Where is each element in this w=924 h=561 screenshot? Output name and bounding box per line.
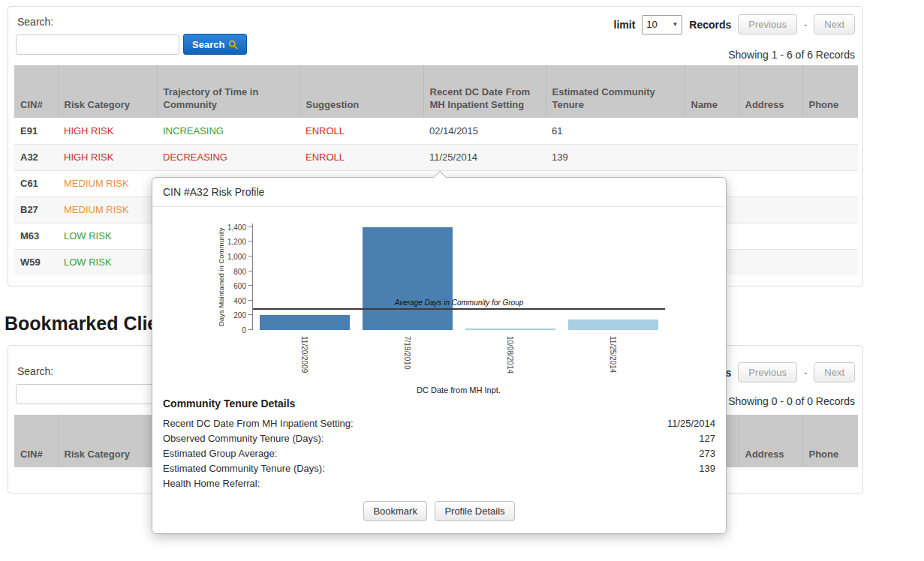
cell-risk: HIGH RISK (58, 118, 157, 144)
cell-dc-date: 11/25/2014 (423, 144, 546, 170)
search-icon (228, 40, 238, 50)
cell-suggestion: ENROLL (299, 118, 423, 144)
cell-phone (802, 118, 858, 144)
col-header-address: Address (739, 65, 802, 118)
y-tick-mark (248, 314, 253, 315)
cell-phone (802, 249, 858, 275)
cell-cin: W59 (14, 249, 58, 275)
chevron-down-icon: ▼ (672, 21, 678, 28)
next-button[interactable]: Next (814, 14, 855, 34)
previous-button[interactable]: Previous (738, 14, 797, 34)
chart-x-axis-label: DC Date from MH Inpt. (252, 386, 665, 394)
risk-profile-chart: Days Maintained in Community Average Day… (152, 207, 726, 396)
next-button[interactable]: Next (814, 362, 855, 382)
x-tick-label: 11/25/2014 (609, 336, 617, 373)
y-tick-label: 600 (233, 282, 246, 290)
detail-row: Health Home Referral: (163, 476, 715, 491)
cell-address (739, 223, 802, 249)
limit-value: 10 (646, 19, 657, 30)
chart-bar (568, 320, 658, 330)
y-tick-mark (248, 271, 253, 272)
y-tick-label: 1,200 (227, 238, 246, 246)
cell-risk: LOW RISK (58, 249, 157, 275)
detail-row: Estimated Group Average: 273 (163, 446, 715, 461)
detail-value: 11/25/2014 (667, 416, 715, 431)
previous-button[interactable]: Previous (738, 362, 797, 382)
cell-address (739, 196, 802, 223)
cell-trajectory: DECREASING (157, 144, 299, 170)
col-header-cin: CIN# (14, 415, 58, 467)
y-tick-label: 800 (233, 267, 246, 275)
detail-label: Health Home Referral: (163, 476, 260, 491)
profile-details-button[interactable]: Profile Details (435, 501, 514, 521)
search-button-label: Search (192, 39, 224, 50)
detail-row: Estimated Community Tenure (Days): 139 (163, 461, 715, 476)
col-header-dc-date: Recent DC Date From MH Inpatient Setting (423, 65, 546, 118)
results-count: Showing 0 - 0 of 0 Records (728, 395, 855, 407)
search-row: Search (16, 34, 247, 55)
average-line-label: Average Days in Community for Group (253, 298, 665, 307)
y-tick-label: 1,000 (227, 253, 246, 261)
detail-row: Recent DC Date From MH Inpatient Setting… (163, 416, 715, 431)
cell-suggestion: ENROLL (299, 144, 423, 170)
cell-phone (802, 196, 858, 223)
cell-address (739, 249, 802, 275)
col-header-name: Name (685, 65, 739, 118)
chart-bar (465, 328, 555, 330)
y-tick-mark (248, 241, 253, 242)
col-header-risk-category: Risk Category (58, 65, 157, 118)
y-tick-label: 1,400 (227, 223, 246, 231)
detail-label: Observed Community Tenure (Days): (163, 431, 324, 446)
search-label: Search: (17, 365, 53, 377)
chart-bar (260, 315, 350, 330)
bookmark-button[interactable]: Bookmark (363, 501, 427, 521)
detail-row: Observed Community Tenure (Days): 127 (163, 431, 715, 446)
cell-risk: LOW RISK (58, 223, 157, 249)
cell-cin: B27 (14, 196, 58, 223)
detail-label: Recent DC Date From MH Inpatient Setting… (163, 416, 354, 431)
cell-trajectory: INCREASING (157, 118, 299, 144)
col-header-cin: CIN# (14, 65, 58, 118)
limit-select[interactable]: 10 ▼ (642, 15, 682, 34)
cell-phone (802, 170, 858, 196)
detail-label: Estimated Group Average: (163, 446, 277, 461)
y-tick-mark (248, 285, 253, 286)
records-label: Records (689, 19, 731, 31)
col-header-phone: Phone (802, 415, 858, 467)
y-tick-mark (248, 329, 253, 330)
chart-bar (363, 227, 453, 330)
col-header-phone: Phone (802, 65, 858, 118)
cell-cin: M63 (14, 223, 58, 249)
y-tick-mark (248, 226, 253, 227)
cell-dc-date: 02/14/2015 (423, 118, 546, 144)
pagination-separator: - (804, 367, 807, 378)
col-header-estimated-tenure: Estimated Community Tenure (546, 65, 685, 118)
search-button[interactable]: Search (183, 34, 247, 55)
cell-phone (802, 223, 858, 249)
search-input[interactable] (16, 34, 179, 55)
detail-value: 273 (699, 446, 715, 461)
x-tick-label: 7/19/2010 (403, 336, 411, 370)
average-line (253, 308, 665, 310)
col-header-trajectory: Trajectory of Time in Community (157, 65, 299, 118)
table-row[interactable]: E91 HIGH RISK INCREASING ENROLL 02/14/20… (14, 118, 858, 144)
cell-address (739, 170, 802, 196)
cell-address (739, 118, 802, 144)
chart-plot-area: Average Days in Community for Group 0200… (252, 224, 665, 330)
cell-name (685, 118, 739, 144)
risk-profile-popup: CIN #A32 Risk Profile Days Maintained in… (152, 177, 727, 534)
col-header-risk-category: Risk Category (58, 415, 157, 467)
cell-cin: C61 (14, 170, 58, 196)
table-header-row: CIN# Risk Category Trajectory of Time in… (14, 65, 858, 118)
popup-buttons: Bookmark Profile Details (152, 501, 726, 521)
details-heading: Community Tenure Details (163, 398, 715, 410)
cell-risk: MEDIUM RISK (58, 170, 157, 196)
table-row[interactable]: A32 HIGH RISK DECREASING ENROLL 11/25/20… (14, 144, 858, 170)
pagination-controls: limit 10 ▼ Records Previous - Next (614, 14, 855, 34)
y-tick-mark (248, 256, 253, 256)
detail-label: Estimated Community Tenure (Days): (163, 461, 325, 476)
pagination-separator: - (804, 19, 807, 30)
y-tick-label: 200 (233, 311, 246, 320)
cell-phone (802, 144, 858, 170)
results-count: Showing 1 - 6 of 6 Records (728, 49, 855, 61)
